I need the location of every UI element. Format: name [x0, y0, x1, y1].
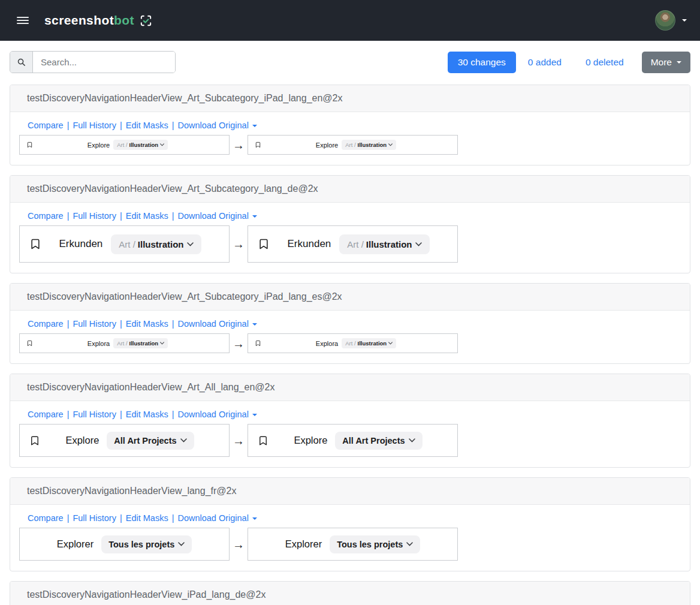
category-pill: Art /Illustration — [339, 234, 430, 254]
category-name: All Art Projects — [342, 436, 405, 446]
download-original-link[interactable]: Download Original — [177, 211, 248, 221]
screenshot-thumbnail-before[interactable]: ExploreAll Art Projects — [19, 424, 230, 457]
added-link[interactable]: 0 added — [528, 57, 562, 68]
comparison-row: ExploreArt /Illustration→ExploreArt /Ill… — [19, 135, 681, 155]
link-separator: | — [120, 410, 122, 419]
bookmark-icon — [26, 340, 33, 347]
link-separator: | — [172, 513, 174, 523]
thumb-content: ExploreAll Art Projects — [40, 432, 219, 450]
download-caret-icon — [252, 125, 257, 127]
screenshot-card: testDiscoveryNavigationHeaderView_lang_f… — [10, 477, 690, 571]
category-prefix: Art / — [117, 340, 127, 347]
comparison-arrow-icon: → — [233, 435, 245, 447]
edit-masks-link[interactable]: Edit Masks — [126, 410, 168, 419]
more-button[interactable]: More — [642, 52, 690, 73]
link-separator: | — [120, 513, 122, 523]
card-header: testDiscoveryNavigationHeaderView_Art_Su… — [10, 284, 690, 311]
screenshot-thumbnail-before[interactable]: ExploraArt /Illustration — [19, 333, 230, 353]
bookmark-icon — [258, 238, 270, 250]
link-separator: | — [67, 121, 70, 130]
explore-label: Explore — [294, 435, 327, 446]
card-body: Compare|Full History|Edit Masks|Download… — [10, 203, 690, 273]
explore-label: Explorer — [57, 538, 93, 550]
menu-icon[interactable] — [17, 17, 29, 24]
search-icon — [10, 52, 33, 73]
download-original-link[interactable]: Download Original — [177, 410, 248, 419]
category-pill: Art /Illustration — [113, 338, 168, 348]
compare-link[interactable]: Compare — [28, 211, 64, 221]
edit-masks-link[interactable]: Edit Masks — [126, 513, 168, 523]
screenshot-thumbnail-before[interactable]: ErkundenArt /Illustration — [19, 225, 230, 263]
chevron-down-icon — [178, 542, 185, 546]
card-header: testDiscoveryNavigationHeaderView_Art_Su… — [10, 176, 690, 203]
full-history-link[interactable]: Full History — [73, 211, 116, 221]
edit-masks-link[interactable]: Edit Masks — [126, 211, 168, 221]
brand-text-primary: screenshot — [44, 13, 114, 27]
download-caret-icon — [252, 517, 257, 520]
edit-masks-link[interactable]: Edit Masks — [126, 319, 168, 329]
bookmark-icon — [258, 435, 268, 446]
chevron-down-icon — [409, 438, 415, 443]
compare-link[interactable]: Compare — [28, 410, 64, 419]
user-menu[interactable] — [655, 10, 689, 31]
chevron-down-icon — [187, 242, 194, 246]
bookmark-icon — [255, 340, 261, 347]
explore-label: Explore — [65, 435, 99, 446]
full-history-link[interactable]: Full History — [73, 319, 116, 329]
brand-logo[interactable]: screenshotbot — [44, 13, 153, 28]
test-name: testDiscoveryNavigationHeaderView_lang_f… — [27, 486, 236, 496]
screenshot-thumbnail-after[interactable]: ExploraArt /Illustration — [248, 333, 458, 353]
category-prefix: Art / — [119, 239, 135, 249]
explore-label: Explore — [88, 142, 110, 149]
test-name: testDiscoveryNavigationHeaderView_iPad_l… — [27, 589, 265, 600]
card-body: Compare|Full History|Edit Masks|Download… — [10, 112, 690, 165]
edit-masks-link[interactable]: Edit Masks — [126, 121, 168, 130]
compare-link[interactable]: Compare — [28, 121, 64, 130]
full-history-link[interactable]: Full History — [73, 121, 116, 130]
screenshot-thumbnail-before[interactable]: ExploreArt /Illustration — [19, 135, 230, 155]
card-actions: Compare|Full History|Edit Masks|Download… — [28, 410, 681, 419]
screenshot-card: testDiscoveryNavigationHeaderView_Art_Su… — [10, 283, 690, 364]
thumb-content: ExplorerTous les projets — [258, 535, 448, 553]
link-separator: | — [67, 410, 70, 419]
category-prefix: Art / — [345, 142, 355, 148]
category-pill: Art /Illustration — [342, 338, 396, 348]
brand-text-accent: bot — [114, 13, 134, 27]
comparison-row: ExplorerTous les projets→ExplorerTous le… — [19, 528, 681, 561]
download-original-link[interactable]: Download Original — [177, 121, 248, 130]
compare-link[interactable]: Compare — [28, 513, 64, 523]
chevron-down-icon — [406, 542, 413, 546]
full-history-link[interactable]: Full History — [73, 410, 116, 419]
card-header: testDiscoveryNavigationHeaderView_Art_Su… — [10, 85, 690, 112]
category-name: Illustration — [129, 340, 159, 347]
test-name: testDiscoveryNavigationHeaderView_Art_Su… — [27, 291, 342, 302]
bookmark-icon — [29, 238, 41, 250]
screenshot-thumbnail-after[interactable]: ExploreArt /Illustration — [248, 135, 458, 155]
comparison-arrow-icon: → — [233, 139, 245, 151]
card-header: testDiscoveryNavigationHeaderView_Art_Al… — [10, 374, 690, 401]
category-pill: Art /Illustration — [111, 234, 201, 254]
thumb-content: ExploraArt /Illustration — [261, 338, 451, 348]
category-name: Illustration — [129, 142, 159, 148]
test-name: testDiscoveryNavigationHeaderView_Art_Al… — [27, 382, 275, 392]
changes-button[interactable]: 30 changes — [448, 52, 516, 73]
thumb-content: ErkundenArt /Illustration — [270, 234, 448, 254]
search-input[interactable] — [33, 52, 175, 73]
thumb-content: ExploreArt /Illustration — [33, 140, 222, 150]
download-caret-icon — [252, 323, 257, 326]
screenshot-thumbnail-after[interactable]: ErkundenArt /Illustration — [248, 225, 458, 263]
thumb-content: ExploreAll Art Projects — [268, 432, 448, 450]
screenshot-thumbnail-after[interactable]: ExplorerTous les projets — [248, 528, 458, 561]
screenshot-thumbnail-after[interactable]: ExploreAll Art Projects — [248, 424, 458, 457]
screenshot-thumbnail-before[interactable]: ExplorerTous les projets — [19, 528, 230, 561]
thumb-content: ExploraArt /Illustration — [33, 338, 222, 348]
deleted-link[interactable]: 0 deleted — [586, 57, 624, 68]
brand-check-icon — [139, 14, 153, 28]
explore-label: Erkunden — [59, 238, 103, 250]
download-original-link[interactable]: Download Original — [177, 513, 248, 523]
download-original-link[interactable]: Download Original — [177, 319, 248, 329]
compare-link[interactable]: Compare — [28, 319, 64, 329]
full-history-link[interactable]: Full History — [73, 513, 116, 523]
thumb-content: ExploreArt /Illustration — [261, 140, 451, 150]
chevron-down-icon — [160, 342, 164, 345]
